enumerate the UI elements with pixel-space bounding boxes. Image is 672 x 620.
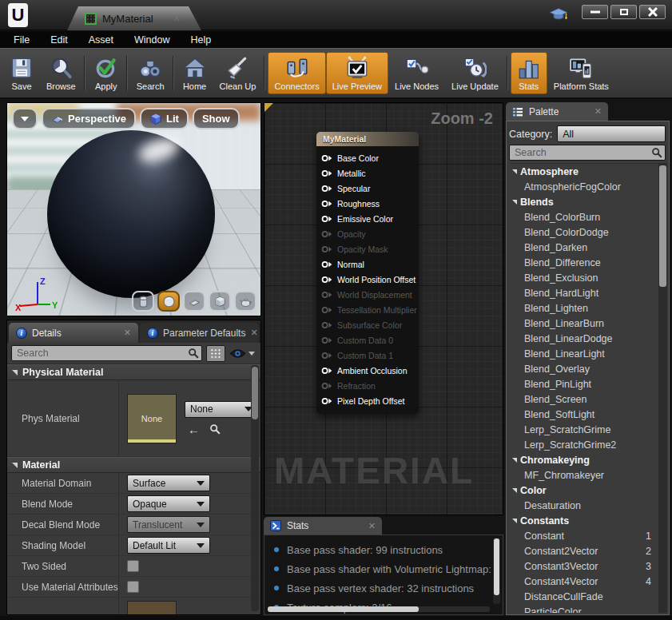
palette-list-item[interactable]: AtmosphericFogColor [509, 179, 667, 194]
material-result-node[interactable]: MyMaterial Base Color Metallic Specu [316, 132, 419, 414]
stats-hscrollbar[interactable] [268, 606, 490, 612]
node-pin-row[interactable]: World Displacement [321, 287, 414, 302]
scrollbar-thumb[interactable] [252, 367, 258, 419]
pin-icon[interactable] [321, 276, 333, 284]
toolbar-button[interactable]: Live Update [445, 52, 505, 94]
tab-parameter-defaults[interactable]: i Parameter Defaults ✕ [140, 323, 259, 343]
palette-scrollbar[interactable] [658, 164, 667, 613]
view-options-button[interactable] [229, 348, 256, 359]
palette-list-item[interactable]: Blend_Lighten [509, 300, 667, 316]
palette-list-item[interactable]: Color [509, 483, 667, 498]
menu-item[interactable]: File [3, 31, 40, 48]
lit-button[interactable]: Lit [140, 108, 189, 129]
menu-item[interactable]: Window [124, 31, 180, 48]
menu-item[interactable]: Help [180, 31, 221, 48]
viewport-options-dropdown[interactable] [12, 108, 38, 129]
palette-list-item[interactable]: Blend_Overlay [509, 361, 667, 376]
material-graph-canvas[interactable]: Zoom -2 MATERIAL MyMaterial Base Color M… [264, 102, 503, 515]
node-pin-row[interactable]: Normal [321, 256, 414, 272]
toolbar-button[interactable]: Save [3, 52, 40, 94]
asset-tab-mymaterial[interactable]: MyMaterial ✕ [67, 6, 201, 30]
palette-list-item[interactable]: Blend_ColorBurn [509, 209, 667, 225]
material-domain-dropdown[interactable]: Surface [127, 475, 210, 491]
display-filter-button[interactable] [206, 345, 225, 362]
browse-to-asset-icon[interactable] [209, 423, 221, 435]
toolbar-button[interactable]: Live Nodes [388, 52, 445, 94]
preview-viewport[interactable]: Perspective Lit Show Z Y X [6, 102, 261, 316]
node-pin-row[interactable]: Specular [321, 181, 414, 196]
node-pin-row[interactable]: Opacity Mask [321, 241, 414, 256]
node-pin-row[interactable]: Emissive Color [321, 211, 414, 226]
phys-material-thumbnail[interactable]: None [127, 394, 177, 443]
parameter-defaults-close-icon[interactable]: ✕ [250, 328, 257, 338]
preview-shape-button[interactable] [234, 291, 256, 312]
node-pin-row[interactable]: Custom Data 0 [321, 332, 414, 348]
palette-list-item[interactable]: Constants [509, 513, 667, 528]
palette-list-item[interactable]: Blends [509, 194, 667, 209]
pin-icon[interactable] [321, 169, 333, 177]
pin-icon[interactable] [321, 397, 333, 405]
node-pin-row[interactable]: Custom Data 1 [321, 348, 414, 363]
preview-shape-button[interactable] [132, 291, 154, 312]
tab-close-icon[interactable]: ✕ [173, 13, 181, 24]
palette-search-input[interactable] [509, 145, 666, 161]
palette-list-item[interactable]: DistanceCullFade [509, 589, 667, 604]
close-button[interactable] [639, 5, 666, 19]
pin-icon[interactable] [321, 260, 333, 268]
minimize-button[interactable] [582, 5, 608, 19]
pin-icon[interactable] [321, 336, 333, 344]
phys-material-dropdown[interactable]: None [185, 401, 258, 418]
material-preview-sphere[interactable] [47, 130, 215, 298]
blend-mode-dropdown[interactable]: Opaque [127, 495, 210, 512]
palette-list-item[interactable]: Blend_Exclusion [509, 270, 667, 285]
palette-list-item[interactable]: Blend_LinearDodge [509, 331, 667, 346]
node-pin-row[interactable]: Opacity [321, 226, 414, 241]
node-pin-row[interactable]: Tessellation Multiplier [321, 302, 414, 317]
pin-icon[interactable] [321, 185, 333, 193]
category-dropdown[interactable]: All [557, 125, 666, 142]
node-title[interactable]: MyMaterial [316, 132, 419, 146]
toolbar-button[interactable]: Home [177, 52, 213, 94]
scrollbar-thumb[interactable] [659, 165, 666, 287]
palette-list-item[interactable]: ParticleColor [509, 604, 667, 613]
preview-shape-button[interactable] [157, 291, 180, 312]
scrollbar-thumb[interactable] [268, 606, 419, 612]
toolbar-button[interactable]: Platform Stats [547, 52, 615, 94]
palette-list-item[interactable]: Constant3Vector 3 [509, 558, 667, 574]
pin-icon[interactable] [321, 367, 333, 375]
toolbar-button[interactable]: Apply [88, 52, 125, 94]
node-pin-row[interactable]: Subsurface Color [321, 317, 414, 332]
toolbar-button[interactable]: Connectors [268, 52, 325, 94]
palette-list-item[interactable]: Blend_LinearLight [509, 346, 667, 361]
palette-list-item[interactable]: Desaturation [509, 498, 667, 513]
palette-list-item[interactable]: Constant 1 [509, 528, 667, 543]
node-pin-row[interactable]: Roughness [321, 196, 414, 211]
tab-stats[interactable]: Stats ✕ [264, 517, 382, 535]
tab-details[interactable]: i Details ✕ [9, 323, 138, 343]
restore-button[interactable] [610, 5, 637, 19]
tab-palette[interactable]: Palette ✕ [506, 102, 608, 121]
details-search-input[interactable] [11, 345, 202, 361]
palette-list-item[interactable]: Atmosphere [509, 164, 667, 179]
pin-icon[interactable] [321, 200, 333, 208]
stats-vscrollbar[interactable] [493, 538, 500, 604]
palette-list-item[interactable]: Lerp_ScratchGrime [509, 422, 667, 437]
palette-list-item[interactable]: MF_Chromakeyer [509, 467, 667, 483]
pin-icon[interactable] [321, 230, 333, 238]
palette-list-item[interactable]: Constant2Vector 2 [509, 543, 667, 558]
section-physical-material[interactable]: Physical Material [7, 364, 260, 380]
use-selected-asset-icon[interactable]: ← [188, 423, 200, 436]
node-pin-row[interactable]: Pixel Depth Offset [321, 393, 414, 408]
palette-list-item[interactable]: Lerp_ScratchGrime2 [509, 437, 667, 452]
palette-tab-close-icon[interactable]: ✕ [594, 106, 602, 117]
scrollbar-thumb[interactable] [494, 539, 499, 595]
node-pin-row[interactable]: Ambient Occlusion [321, 363, 414, 378]
node-pin-row[interactable]: World Position Offset [321, 272, 414, 287]
node-pin-row[interactable]: Metallic [321, 165, 414, 181]
toolbar-button[interactable]: Stats [511, 52, 547, 94]
pin-icon[interactable] [321, 306, 333, 314]
details-tab-close-icon[interactable]: ✕ [124, 328, 131, 338]
pin-icon[interactable] [321, 352, 333, 360]
palette-list-item[interactable]: Constant4Vector 4 [509, 574, 667, 589]
show-button[interactable]: Show [193, 108, 240, 129]
